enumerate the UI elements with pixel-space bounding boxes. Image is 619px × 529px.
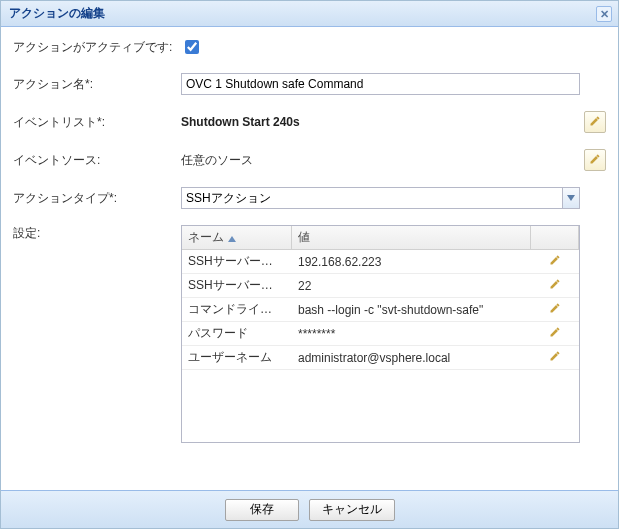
grid-header: ネーム 値 (182, 226, 579, 250)
row-action-name: アクション名*: (13, 73, 606, 95)
row-edit-button[interactable] (547, 326, 563, 342)
cell-action (531, 302, 579, 318)
sort-asc-icon (228, 231, 236, 245)
cell-value: administrator@vsphere.local (292, 351, 531, 365)
active-checkbox[interactable] (185, 40, 199, 54)
column-header-name[interactable]: ネーム (182, 226, 292, 249)
table-row[interactable]: SSHサーバー…22 (182, 274, 579, 298)
action-type-select[interactable]: SSHアクション (181, 187, 580, 209)
pencil-icon (549, 302, 561, 317)
row-edit-button[interactable] (547, 254, 563, 270)
cancel-button[interactable]: キャンセル (309, 499, 395, 521)
field-action-name (181, 73, 580, 95)
cell-action (531, 254, 579, 270)
pencil-icon (549, 326, 561, 341)
cell-action (531, 326, 579, 342)
cell-value: 192.168.62.223 (292, 255, 531, 269)
event-list-edit-button[interactable] (584, 111, 606, 133)
close-button[interactable]: ✕ (596, 6, 612, 22)
label-action-type: アクションタイプ*: (13, 190, 181, 207)
cell-name: SSHサーバー… (182, 277, 292, 294)
row-edit-button[interactable] (547, 278, 563, 294)
chevron-down-icon (562, 188, 579, 208)
row-settings: 設定: ネーム 値 SSHサーバー…192.168.62.223SSHサーバー…… (13, 225, 606, 443)
dialog-titlebar: アクションの編集 ✕ (1, 1, 618, 27)
row-active: アクションがアクティブです: (13, 37, 606, 57)
row-action-type: アクションタイプ*: SSHアクション (13, 187, 606, 209)
cell-value: 22 (292, 279, 531, 293)
pencil-icon (549, 278, 561, 293)
cell-value: ******** (292, 327, 531, 341)
action-type-value: SSHアクション (186, 190, 271, 207)
close-icon: ✕ (600, 8, 609, 20)
event-source-value: 任意のソース (181, 152, 253, 169)
label-event-source: イベントソース: (13, 152, 181, 169)
cell-name: コマンドライ… (182, 301, 292, 318)
label-action-name: アクション名*: (13, 76, 181, 93)
field-action-type: SSHアクション (181, 187, 580, 209)
grid-body: SSHサーバー…192.168.62.223SSHサーバー…22コマンドライ…b… (182, 250, 579, 442)
event-list-value: Shutdown Start 240s (181, 115, 300, 129)
cell-name: パスワード (182, 325, 292, 342)
table-row[interactable]: パスワード******** (182, 322, 579, 346)
pencil-icon (589, 115, 601, 130)
event-source-edit-button[interactable] (584, 149, 606, 171)
action-name-input[interactable] (181, 73, 580, 95)
save-button[interactable]: 保存 (225, 499, 299, 521)
row-event-source: イベントソース: 任意のソース (13, 149, 606, 171)
table-row[interactable]: コマンドライ…bash --login -c "svt-shutdown-saf… (182, 298, 579, 322)
cell-name: SSHサーバー… (182, 253, 292, 270)
row-edit-button[interactable] (547, 350, 563, 366)
dialog-title: アクションの編集 (9, 5, 596, 22)
dialog-footer: 保存 キャンセル (1, 490, 618, 528)
cell-name: ユーザーネーム (182, 349, 292, 366)
table-row[interactable]: SSHサーバー…192.168.62.223 (182, 250, 579, 274)
row-edit-button[interactable] (547, 302, 563, 318)
settings-grid: ネーム 値 SSHサーバー…192.168.62.223SSHサーバー…22コマ… (181, 225, 580, 443)
column-header-action (531, 226, 579, 249)
cell-value: bash --login -c "svt-shutdown-safe" (292, 303, 531, 317)
form-area: アクションがアクティブです: アクション名*: イベントリスト*: Shutdo… (1, 27, 618, 443)
field-event-list: Shutdown Start 240s (181, 115, 580, 129)
row-event-list: イベントリスト*: Shutdown Start 240s (13, 111, 606, 133)
label-active: アクションがアクティブです: (13, 39, 181, 56)
pencil-icon (549, 350, 561, 365)
label-settings: 設定: (13, 225, 181, 242)
pencil-icon (549, 254, 561, 269)
cell-action (531, 278, 579, 294)
label-event-list: イベントリスト*: (13, 114, 181, 131)
cell-action (531, 350, 579, 366)
pencil-icon (589, 153, 601, 168)
field-event-source: 任意のソース (181, 152, 580, 169)
table-row[interactable]: ユーザーネームadministrator@vsphere.local (182, 346, 579, 370)
column-header-value[interactable]: 値 (292, 226, 531, 249)
field-active (181, 37, 580, 57)
